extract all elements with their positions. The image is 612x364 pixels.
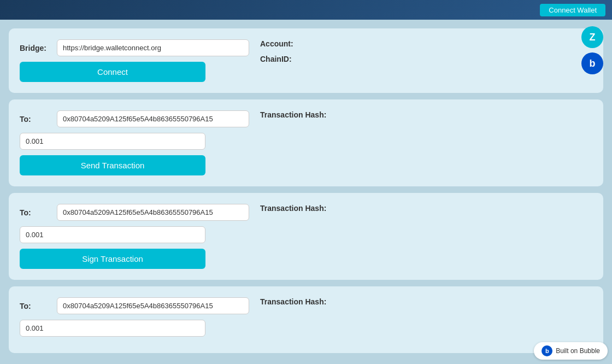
chainid-label: ChainID: bbox=[260, 55, 292, 63]
sign-to-label: To: bbox=[20, 208, 52, 217]
sign-to-input[interactable] bbox=[57, 204, 249, 221]
send-transaction-card: To: Send Transaction Transaction Hash: bbox=[9, 99, 603, 186]
third-hash-label: Transaction Hash: bbox=[260, 297, 326, 306]
sign-card-right: Transaction Hash: bbox=[260, 204, 592, 269]
send-to-field-row: To: bbox=[20, 110, 249, 127]
sign-hash-row: Transaction Hash: bbox=[260, 204, 592, 216]
header-bar: Connect Wallet bbox=[0, 0, 612, 20]
built-on-bubble-text: Built on Bubble bbox=[556, 347, 600, 355]
sign-card-left: To: Sign Transaction bbox=[20, 204, 249, 269]
third-amount-input[interactable] bbox=[20, 320, 205, 337]
send-card-left: To: Send Transaction bbox=[20, 110, 249, 175]
sign-transaction-button[interactable]: Sign Transaction bbox=[20, 249, 205, 269]
bridge-label: Bridge: bbox=[20, 44, 52, 52]
send-to-input[interactable] bbox=[57, 110, 249, 127]
built-on-bubble-badge[interactable]: b Built on Bubble bbox=[534, 342, 608, 360]
main-content: Bridge: Connect Account: ChainID: To: Se… bbox=[0, 20, 612, 362]
sign-amount-input[interactable] bbox=[20, 226, 205, 243]
third-to-input[interactable] bbox=[57, 297, 249, 314]
bubble-icon: b bbox=[542, 345, 552, 356]
sign-to-field-row: To: bbox=[20, 204, 249, 221]
bridge-card-left: Bridge: Connect bbox=[20, 39, 249, 82]
third-hash-row: Transaction Hash: bbox=[260, 297, 592, 309]
send-amount-input[interactable] bbox=[20, 133, 205, 150]
sign-transaction-card: To: Sign Transaction Transaction Hash: bbox=[9, 193, 603, 280]
account-row: Account: bbox=[260, 39, 592, 51]
send-transaction-button[interactable]: Send Transaction bbox=[20, 155, 205, 175]
bridge-input[interactable] bbox=[57, 39, 249, 56]
account-label: Account: bbox=[260, 39, 293, 48]
third-card-right: Transaction Hash: bbox=[260, 297, 592, 342]
send-card-right: Transaction Hash: bbox=[260, 110, 592, 175]
send-hash-label: Transaction Hash: bbox=[260, 110, 326, 119]
connect-wallet-button[interactable]: Connect Wallet bbox=[540, 4, 605, 16]
bridge-field-row: Bridge: bbox=[20, 39, 249, 56]
b-icon[interactable]: b bbox=[581, 52, 603, 74]
z-icon[interactable]: Z bbox=[581, 26, 603, 48]
third-to-label: To: bbox=[20, 302, 52, 310]
send-to-label: To: bbox=[20, 115, 52, 124]
chainid-row: ChainID: bbox=[260, 55, 592, 67]
third-card-left: To: bbox=[20, 297, 249, 342]
bridge-card: Bridge: Connect Account: ChainID: bbox=[9, 28, 603, 93]
bridge-card-right: Account: ChainID: bbox=[260, 39, 592, 82]
send-hash-row: Transaction Hash: bbox=[260, 110, 592, 122]
sign-hash-label: Transaction Hash: bbox=[260, 204, 326, 213]
third-to-field-row: To: bbox=[20, 297, 249, 314]
third-card: To: Transaction Hash: bbox=[9, 286, 603, 353]
connect-button[interactable]: Connect bbox=[20, 62, 205, 82]
